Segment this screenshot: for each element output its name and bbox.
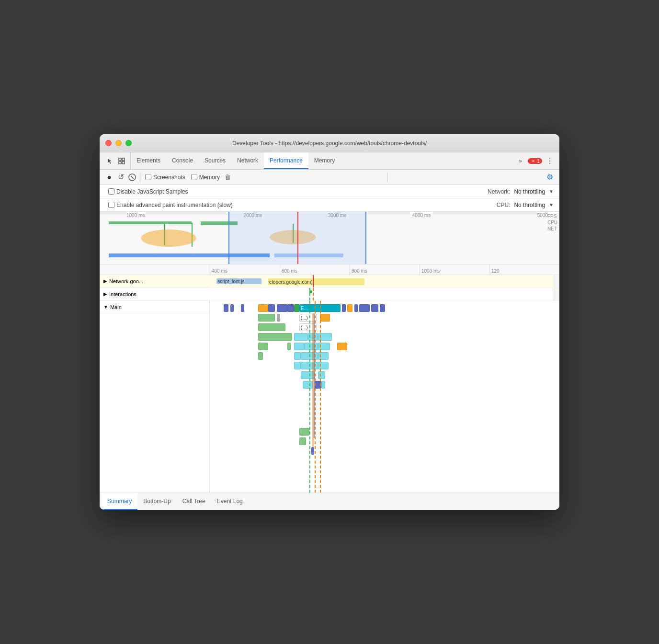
block-green-3[interactable]: [258, 323, 285, 331]
net-label: NET: [547, 226, 557, 231]
paint-input[interactable]: [108, 202, 114, 208]
cursor-icon[interactable]: [105, 156, 115, 166]
block-teal-7[interactable]: [294, 352, 301, 360]
tab-summary[interactable]: Summary: [102, 493, 137, 510]
svg-rect-3: [122, 161, 125, 164]
block-teal-4[interactable]: [294, 343, 305, 350]
vline-orange-1: [315, 301, 316, 493]
tab-memory[interactable]: Memory: [308, 152, 341, 169]
fps-label: FPS: [547, 214, 557, 219]
settings-button[interactable]: ⚙: [544, 172, 556, 183]
block-teal-10[interactable]: [294, 362, 301, 369]
tab-sources[interactable]: Sources: [199, 152, 231, 169]
block-purple-12[interactable]: [311, 447, 314, 455]
block-teal-16[interactable]: [321, 381, 325, 389]
zoom-tick-1200: 120: [489, 264, 559, 275]
block-purple-4[interactable]: [268, 304, 275, 312]
network-block-google: elopers.google.com): [268, 278, 364, 285]
interactions-label[interactable]: ▶ Interactions: [100, 288, 210, 300]
block-yellow-4[interactable]: [337, 343, 348, 350]
more-menu-button[interactable]: ⋮: [542, 156, 557, 165]
minimize-button[interactable]: [115, 140, 122, 146]
block-green-5[interactable]: [258, 343, 269, 350]
svg-rect-8: [109, 221, 192, 224]
block-green-1[interactable]: [294, 304, 299, 312]
interaction-vline-orange: [313, 288, 314, 300]
block-green-4[interactable]: [258, 333, 293, 341]
block-green-2[interactable]: [258, 314, 275, 322]
flame-row-6: [210, 352, 554, 360]
bottom-tabs: Summary Bottom-Up Call Tree Event Log: [100, 493, 559, 510]
block-green-6[interactable]: [287, 343, 291, 350]
block-teal-5[interactable]: [304, 343, 318, 350]
tab-bottom-up[interactable]: Bottom-Up: [137, 493, 176, 510]
block-green-8[interactable]: [299, 428, 310, 436]
svg-text:✕: ✕: [531, 159, 534, 163]
block-purple-5[interactable]: [277, 304, 287, 312]
window-title: Developer Tools - https://developers.goo…: [232, 140, 427, 147]
overview-selection[interactable]: [228, 212, 366, 264]
error-badge: ✕ 1: [528, 158, 542, 164]
tab-elements[interactable]: Elements: [131, 152, 166, 169]
screenshots-checkbox[interactable]: Screenshots: [145, 174, 185, 181]
network-dropdown-arrow[interactable]: ▼: [549, 189, 554, 194]
maximize-button[interactable]: [125, 140, 132, 146]
block-grey-1[interactable]: [277, 314, 280, 322]
overview-area[interactable]: 1000 ms 2000 ms 3000 ms 4000 ms 5000: [100, 212, 559, 264]
block-purple-3[interactable]: [241, 304, 244, 312]
interactions-section-row: ▶ Interactions: [100, 288, 559, 301]
cpu-dropdown-arrow[interactable]: ▼: [549, 202, 554, 207]
memory-checkbox-input[interactable]: [191, 174, 197, 180]
paint-checkbox[interactable]: Enable advanced paint instrumentation (s…: [108, 202, 233, 208]
block-green-7[interactable]: [258, 352, 263, 360]
memory-checkbox[interactable]: Memory: [191, 174, 220, 181]
js-samples-checkbox[interactable]: Disable JavaScript Samples: [108, 188, 188, 195]
time-label-4000: 4000 ms: [379, 213, 464, 218]
close-button[interactable]: [105, 140, 112, 146]
block-purple-10[interactable]: [380, 304, 385, 312]
vline-orange-2: [320, 301, 321, 493]
block-purple-9[interactable]: [371, 304, 378, 312]
block-teal-14[interactable]: [318, 371, 325, 379]
flame-row-1: E...: [210, 304, 554, 312]
block-purple-8[interactable]: [354, 304, 358, 312]
network-label[interactable]: ▶ Network goo...: [100, 275, 210, 288]
block-purple-7[interactable]: [342, 304, 345, 312]
tab-console[interactable]: Console: [166, 152, 199, 169]
block-blue-wide[interactable]: [359, 304, 370, 312]
block-teal-1[interactable]: [294, 333, 308, 341]
block-yellow-2[interactable]: [347, 304, 352, 312]
tab-bar: Elements Console Sources Network Perform…: [100, 152, 559, 170]
clear-button[interactable]: [126, 172, 138, 183]
block-purple-6[interactable]: [287, 304, 294, 312]
block-purple-2[interactable]: [230, 304, 234, 312]
block-purple-1[interactable]: [224, 304, 229, 312]
tab-overflow-button[interactable]: »: [515, 158, 526, 164]
flame-row-8: [210, 371, 554, 380]
flame-row-9: [210, 380, 554, 389]
record-button[interactable]: ●: [103, 172, 115, 183]
block-green-9[interactable]: [299, 437, 306, 445]
scrollbar-spacer-2: [554, 288, 559, 300]
screenshots-checkbox-input[interactable]: [145, 174, 151, 180]
tab-performance[interactable]: Performance: [264, 152, 308, 169]
zoom-ruler: 400 ms 600 ms 800 ms 1000 ms 120: [100, 264, 559, 275]
block-yellow-1[interactable]: [258, 304, 269, 312]
flame-row-10: [210, 427, 554, 436]
tab-network[interactable]: Network: [231, 152, 264, 169]
block-yellow-3[interactable]: [320, 314, 330, 322]
js-samples-input[interactable]: [108, 188, 114, 195]
block-teal-15[interactable]: [303, 381, 313, 389]
reload-record-button[interactable]: ↺: [115, 172, 126, 183]
main-label[interactable]: ▼ Main: [100, 301, 209, 313]
svg-point-16: [141, 230, 196, 247]
trash-button[interactable]: 🗑: [223, 172, 232, 182]
inspect-icon[interactable]: [117, 156, 126, 166]
tab-call-tree[interactable]: Call Tree: [177, 493, 211, 510]
flame-canvas[interactable]: E... (...): [210, 301, 554, 493]
tab-event-log[interactable]: Event Log: [211, 493, 249, 510]
main-triangle: ▼: [103, 304, 108, 310]
zoom-tick-600: 600 ms: [280, 264, 350, 275]
main-label-col: ▼ Main: [100, 301, 210, 493]
interactions-triangle: ▶: [103, 291, 107, 297]
